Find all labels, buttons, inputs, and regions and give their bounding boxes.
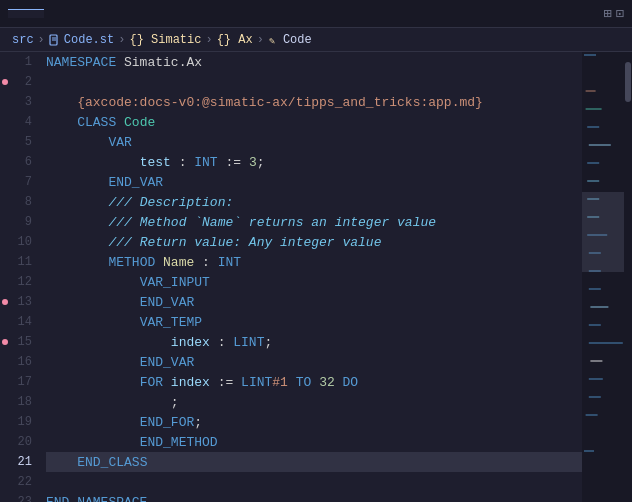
breadcrumb-simatic[interactable]: {} Simatic <box>129 33 201 47</box>
editor-tab[interactable] <box>8 9 44 18</box>
minimap <box>582 52 632 502</box>
code-line-18: ; <box>46 392 582 412</box>
editor-area: 123456789101112131415161718192021222324 … <box>0 52 632 502</box>
split-editor-icon[interactable]: ⊞ <box>603 5 611 22</box>
token-method-name: Name <box>163 255 194 270</box>
token-var-name: index <box>171 375 210 390</box>
breadcrumb-sep-2: › <box>118 33 125 47</box>
token-type: LINT <box>241 375 272 390</box>
code-line-3: {axcode:docs-v0:@simatic-ax/tipps_and_tr… <box>46 92 582 112</box>
token-ident <box>46 295 140 310</box>
token-kw: END_VAR <box>108 175 163 190</box>
line-number-2: 2 <box>0 72 42 92</box>
token-punct: ; <box>264 335 272 350</box>
line-number-4: 4 <box>0 112 42 132</box>
code-content[interactable]: NAMESPACE Simatic.Ax {axcode:docs-v0:@si… <box>42 52 582 502</box>
scrollbar-thumb[interactable] <box>625 62 631 102</box>
code-line-5: VAR <box>46 132 582 152</box>
breadcrumb: src › Code.st › {} Simatic › {} Ax › ✎ C… <box>0 28 632 52</box>
breadcrumb-sep-1: › <box>38 33 45 47</box>
token-kw: END_NAMESPACE <box>46 495 147 503</box>
token-ident <box>335 375 343 390</box>
breadcrumb-code[interactable]: ✎ Code <box>268 33 312 47</box>
token-kw: CLASS <box>77 115 116 130</box>
svg-text:✎: ✎ <box>269 36 275 46</box>
code-line-6: test : INT := 3; <box>46 152 582 172</box>
token-type: LINT <box>233 335 264 350</box>
token-ident <box>311 375 319 390</box>
token-ident <box>46 215 108 230</box>
line-number-21: 21 <box>0 452 42 472</box>
token-ident <box>46 415 140 430</box>
token-class-name: Code <box>124 115 155 130</box>
token-type: INT <box>194 155 217 170</box>
token-comment-doc: /// Return value: Any integer value <box>108 235 381 250</box>
line-number-3: 3 <box>0 92 42 112</box>
token-ident <box>46 335 171 350</box>
token-punct: : <box>171 155 194 170</box>
code-line-22 <box>46 472 582 492</box>
token-ident <box>46 235 108 250</box>
line-number-13: 13 <box>0 292 42 312</box>
code-line-23: END_NAMESPACE <box>46 492 582 502</box>
breadcrumb-src[interactable]: src <box>12 33 34 47</box>
token-ident <box>46 135 108 150</box>
token-kw: END_CLASS <box>77 455 147 470</box>
token-punct: ; <box>257 155 265 170</box>
token-ax-str: {axcode:docs-v0:@simatic-ax/tipps_and_tr… <box>46 95 483 110</box>
token-type: INT <box>218 255 241 270</box>
token-ident <box>46 175 108 190</box>
token-ident <box>46 115 77 130</box>
token-ident <box>46 395 171 410</box>
breakpoint-dot <box>2 299 8 305</box>
line-number-20: 20 <box>0 432 42 452</box>
code-line-1: NAMESPACE Simatic.Ax <box>46 52 582 72</box>
scrollbar-track[interactable] <box>624 52 632 502</box>
token-kw: FOR <box>140 375 163 390</box>
line-number-1: 1 <box>0 52 42 72</box>
token-ident <box>46 255 108 270</box>
token-punct: := <box>210 375 241 390</box>
token-ident <box>288 375 296 390</box>
token-ident <box>46 275 140 290</box>
line-number-10: 10 <box>0 232 42 252</box>
token-var-name: index <box>171 335 210 350</box>
token-kw: VAR <box>108 135 131 150</box>
breadcrumb-sep-4: › <box>257 33 264 47</box>
code-line-9: /// Method `Name` returns an integer val… <box>46 212 582 232</box>
token-ident <box>46 355 140 370</box>
token-kw: END_VAR <box>140 295 195 310</box>
class-icon: ✎ <box>268 34 280 46</box>
code-line-16: END_VAR <box>46 352 582 372</box>
line-number-12: 12 <box>0 272 42 292</box>
breadcrumb-file[interactable]: Code.st <box>49 33 114 47</box>
line-number-7: 7 <box>0 172 42 192</box>
code-line-4: CLASS Code <box>46 112 582 132</box>
line-number-5: 5 <box>0 132 42 152</box>
token-kw: NAMESPACE <box>46 55 116 70</box>
line-number-9: 9 <box>0 212 42 232</box>
token-ident <box>46 435 140 450</box>
line-number-22: 22 <box>0 472 42 492</box>
line-number-11: 11 <box>0 252 42 272</box>
line-number-16: 16 <box>0 352 42 372</box>
token-punct: ; <box>171 395 179 410</box>
token-ident <box>46 195 108 210</box>
code-line-19: END_FOR; <box>46 412 582 432</box>
token-ident <box>155 255 163 270</box>
breadcrumb-ax[interactable]: {} Ax <box>217 33 253 47</box>
more-actions-icon[interactable]: ⊡ <box>616 5 624 22</box>
line-number-23: 23 <box>0 492 42 502</box>
line-number-15: 15 <box>0 332 42 352</box>
breadcrumb-sep-3: › <box>205 33 212 47</box>
token-kw: VAR_INPUT <box>140 275 210 290</box>
code-line-13: END_VAR <box>46 292 582 312</box>
token-kw: END_METHOD <box>140 435 218 450</box>
token-kw: METHOD <box>108 255 155 270</box>
token-punct: : <box>194 255 217 270</box>
line-number-6: 6 <box>0 152 42 172</box>
token-num: 3 <box>249 155 257 170</box>
token-ident: Simatic.Ax <box>116 55 202 70</box>
line-number-18: 18 <box>0 392 42 412</box>
token-kw: END_FOR <box>140 415 195 430</box>
